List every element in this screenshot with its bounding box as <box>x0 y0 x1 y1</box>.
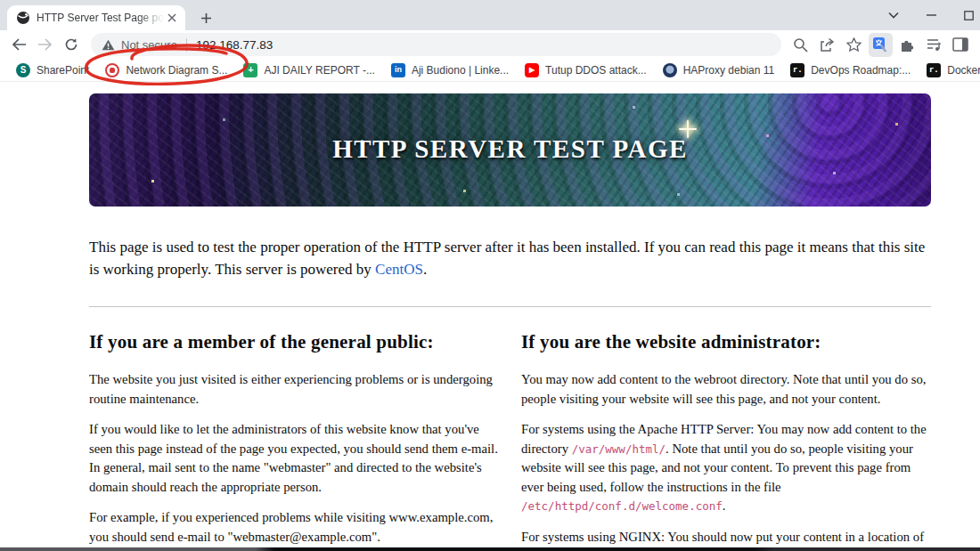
google-translate-icon[interactable] <box>869 33 893 57</box>
roadmap-icon: r. <box>927 63 941 77</box>
sparkle-specks <box>89 93 92 96</box>
new-tab-button[interactable] <box>194 6 217 29</box>
intro-paragraph: This page is used to test the proper ope… <box>89 236 931 280</box>
spreadsheet-icon: + <box>243 63 257 77</box>
search-icon[interactable] <box>788 33 813 57</box>
tab-search-chevron-icon[interactable] <box>875 0 912 30</box>
roadmap-icon: r. <box>790 63 804 77</box>
tab-title: HTTP Server Test Page powered <box>37 12 164 24</box>
web-page: HTTP SERVER TEST PAGE This page is used … <box>0 82 980 551</box>
page-title: HTTP SERVER TEST PAGE <box>89 134 931 164</box>
general-public-column: If you are a member of the general publi… <box>89 331 499 551</box>
tab-close-icon[interactable] <box>164 10 180 26</box>
browser-tab[interactable]: HTTP Server Test Page powered <box>7 5 185 30</box>
bookmark-linkedin[interactable]: in Aji Budiono | Linke... <box>383 61 517 80</box>
code-var-www-html: /var/www/html/ <box>572 442 666 456</box>
diagram-site-icon <box>105 63 119 77</box>
browser-toolbar: Not secure 192.168.77.83 <box>0 30 980 59</box>
extensions-puzzle-icon[interactable] <box>895 33 919 57</box>
public-heading: If you are a member of the general publi… <box>89 331 499 353</box>
url-text: 192.168.77.83 <box>196 38 273 52</box>
back-button[interactable] <box>7 33 31 57</box>
reload-button[interactable] <box>59 33 83 57</box>
banner-image: HTTP SERVER TEST PAGE <box>89 93 931 207</box>
bookmark-star-icon[interactable] <box>842 33 866 57</box>
bookmark-youtube-ddos[interactable]: ▶ Tutup DDOS attack... <box>517 61 655 80</box>
admin-paragraph-2: For systems using the Apache HTTP Server… <box>521 420 931 516</box>
sharepoint-icon: S <box>16 63 30 77</box>
content-divider <box>89 306 931 307</box>
forward-button[interactable] <box>33 33 57 57</box>
security-label: Not secure <box>121 38 177 52</box>
tab-strip: HTTP Server Test Page powered <box>0 0 980 30</box>
window-controls <box>875 0 980 30</box>
side-panel-icon[interactable] <box>949 33 973 57</box>
haproxy-icon <box>663 63 677 77</box>
bookmark-devops-roadmap[interactable]: r. DevOps Roadmap:... <box>782 61 919 80</box>
linkedin-icon: in <box>391 63 405 77</box>
bookmark-sharepoint[interactable]: S SharePoint <box>8 61 97 80</box>
address-bar[interactable]: Not secure 192.168.77.83 <box>91 33 781 56</box>
omnibox-separator <box>186 38 187 52</box>
bookmark-network-diagram[interactable]: Network Diagram S... <box>97 61 235 80</box>
maximize-button[interactable] <box>950 0 980 30</box>
admin-heading: If you are the website administrator: <box>521 331 931 353</box>
not-secure-warning-icon <box>102 39 115 51</box>
public-paragraph-2: If you would like to let the administrat… <box>89 420 499 497</box>
bookmarks-bar: S SharePoint Network Diagram S... + AJI … <box>0 59 980 82</box>
youtube-icon: ▶ <box>525 63 539 77</box>
code-welcome-conf: /etc/httpd/conf.d/welcome.conf <box>521 499 723 513</box>
bookmark-aji-daily-report[interactable]: + AJI DAILY REPORT -... <box>235 61 382 80</box>
public-paragraph-1: The website you just visited is either e… <box>89 370 499 409</box>
media-playlist-icon[interactable] <box>922 33 946 57</box>
centos-link[interactable]: CentOS <box>375 261 423 278</box>
security-chip[interactable]: Not secure <box>102 38 177 52</box>
public-paragraph-3: For example, if you experienced problems… <box>89 508 499 547</box>
admin-paragraph-1: You may now add content to the webroot d… <box>521 370 931 409</box>
globe-favicon-icon <box>16 11 30 25</box>
share-icon[interactable] <box>815 33 839 57</box>
bookmark-haproxy[interactable]: HAProxy debian 11 <box>655 61 783 80</box>
administrator-column: If you are the website administrator: Yo… <box>521 331 931 551</box>
bookmark-docker-roadmap[interactable]: r. Docker Roadmap -... <box>919 61 980 80</box>
minimize-button[interactable] <box>912 0 950 30</box>
browser-window: HTTP Server Test Page powered <box>0 0 980 551</box>
taskbar-edge <box>0 547 980 551</box>
